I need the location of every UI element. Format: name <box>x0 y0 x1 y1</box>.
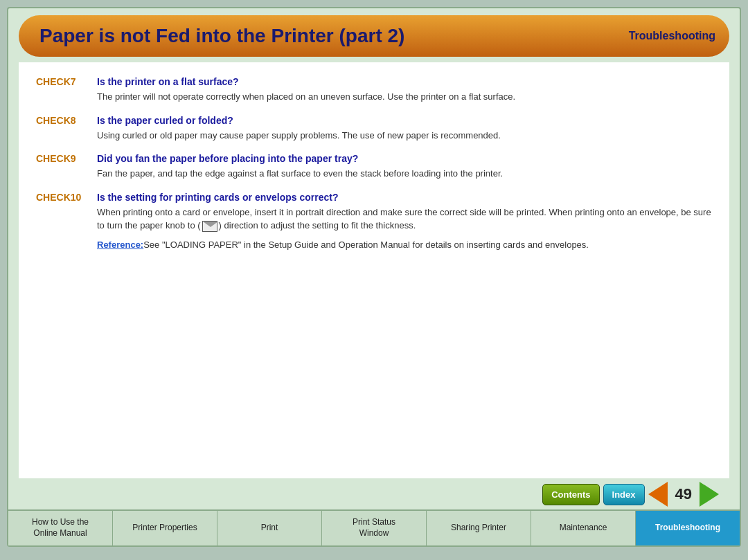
check8-answer: Using curled or old paper may cause pape… <box>97 129 712 143</box>
check10-content: Is the setting for printing cards or env… <box>97 192 712 253</box>
tab-how-to[interactable]: How to Use theOnline Manual <box>8 511 113 545</box>
page-number: 49 <box>671 485 696 503</box>
check7-answer: The printer will not operate correctly w… <box>97 90 712 104</box>
check10-item: CHECK10 Is the setting for printing card… <box>36 192 712 253</box>
index-button[interactable]: Index <box>603 484 645 505</box>
check10-reference: Reference:See "LOADING PAPER" in the Set… <box>97 238 712 253</box>
tab-print-status[interactable]: Print StatusWindow <box>322 511 427 545</box>
main-content: CHECK7 Is the printer on a flat surface?… <box>19 62 729 478</box>
tab-sharing-printer[interactable]: Sharing Printer <box>427 511 531 545</box>
envelope-icon <box>202 221 217 232</box>
check9-question: Did you fan the paper before placing int… <box>97 153 712 164</box>
tab-troubleshooting[interactable]: Troubleshooting <box>636 511 740 545</box>
pagination-row: Contents Index 49 <box>19 478 729 509</box>
check9-content: Did you fan the paper before placing int… <box>97 153 712 181</box>
next-page-button[interactable] <box>700 482 719 507</box>
reference-label: Reference: <box>97 240 143 250</box>
prev-page-button[interactable] <box>648 482 668 507</box>
check10-answer: When printing onto a card or envelope, i… <box>97 206 712 233</box>
tab-printer-properties[interactable]: Printer Properties <box>113 511 217 545</box>
page-header: Paper is not Fed into the Printer (part … <box>19 15 729 57</box>
content-area: CHECK7 Is the printer on a flat surface?… <box>8 62 740 509</box>
check7-item: CHECK7 Is the printer on a flat surface?… <box>36 76 712 104</box>
main-window: Paper is not Fed into the Printer (part … <box>7 7 741 547</box>
check8-item: CHECK8 Is the paper curled or folded? Us… <box>36 115 712 143</box>
check9-item: CHECK9 Did you fan the paper before plac… <box>36 153 712 181</box>
check8-label: CHECK8 <box>36 115 91 126</box>
check7-label: CHECK7 <box>36 76 91 87</box>
page-title: Paper is not Fed into the Printer (part … <box>39 25 404 47</box>
footer-tabs: How to Use theOnline Manual Printer Prop… <box>8 509 740 545</box>
check9-answer: Fan the paper, and tap the edge against … <box>97 167 712 181</box>
check8-content: Is the paper curled or folded? Using cur… <box>97 115 712 143</box>
check8-question: Is the paper curled or folded? <box>97 115 712 126</box>
check7-content: Is the printer on a flat surface? The pr… <box>97 76 712 104</box>
tab-print[interactable]: Print <box>217 511 322 545</box>
reference-text: See "LOADING PAPER" in the Setup Guide a… <box>143 240 589 250</box>
tab-maintenance[interactable]: Maintenance <box>531 511 636 545</box>
check10-label: CHECK10 <box>36 192 91 203</box>
check10-question: Is the setting for printing cards or env… <box>97 192 712 203</box>
check9-label: CHECK9 <box>36 153 91 164</box>
contents-button[interactable]: Contents <box>542 484 599 505</box>
check7-question: Is the printer on a flat surface? <box>97 76 712 87</box>
header-category: Troubleshooting <box>629 30 715 42</box>
